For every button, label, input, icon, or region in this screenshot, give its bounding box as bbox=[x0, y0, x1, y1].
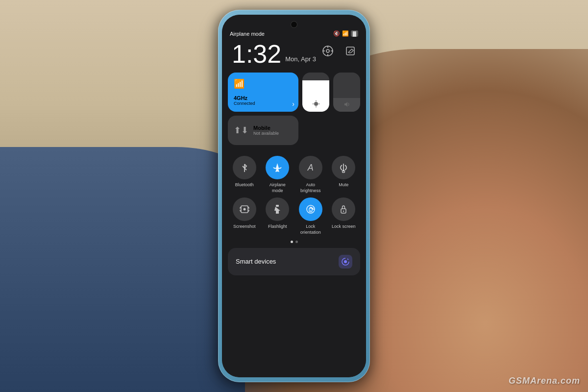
mute-btn[interactable] bbox=[332, 156, 355, 179]
date-text: Mon, Apr 3 bbox=[285, 55, 316, 63]
svg-point-20 bbox=[343, 211, 344, 212]
edit-icon[interactable] bbox=[343, 43, 358, 59]
dot-1 bbox=[291, 241, 293, 243]
lock-orientation-toggle[interactable]: Lock orientation bbox=[297, 197, 324, 235]
wifi-tile-info: 4GHz Connected bbox=[234, 95, 293, 106]
svg-rect-15 bbox=[276, 205, 279, 207]
screenshot-btn[interactable] bbox=[233, 197, 256, 221]
sound-off-icon: 🔇 bbox=[333, 30, 340, 37]
flashlight-toggle[interactable]: Flashlight bbox=[264, 197, 291, 235]
lock-screen-toggle[interactable]: Lock screen bbox=[330, 197, 357, 235]
camera-hole bbox=[291, 22, 297, 27]
status-bar: Airplane mode 🔇 📶 ▓ bbox=[230, 30, 358, 37]
wifi-icon: 📶 bbox=[342, 30, 349, 37]
tiles-row-top: 📶 4GHz Connected › ⬆⬇ M bbox=[228, 73, 360, 149]
svg-point-1 bbox=[326, 49, 329, 52]
smart-devices-tile[interactable]: Smart devices bbox=[228, 248, 360, 275]
time-text: 1:32 bbox=[232, 41, 281, 67]
auto-brightness-label: Auto brightness bbox=[297, 182, 324, 194]
status-icons: 🔇 📶 ▓ bbox=[333, 30, 358, 37]
mobile-status: Not available bbox=[253, 131, 279, 136]
wifi-tile[interactable]: 📶 4GHz Connected › bbox=[228, 73, 298, 112]
airplane-label: Airplane mode bbox=[264, 182, 291, 194]
settings-circle-icon[interactable] bbox=[320, 43, 336, 59]
auto-brightness-btn[interactable]: A bbox=[299, 156, 322, 179]
lock-orientation-btn[interactable] bbox=[299, 197, 322, 221]
mobile-tile[interactable]: ⬆⬇ Mobile Not available bbox=[228, 116, 298, 145]
dot-2 bbox=[295, 241, 298, 243]
lock-screen-label: Lock screen bbox=[332, 224, 356, 230]
flashlight-btn[interactable] bbox=[266, 197, 289, 221]
toggles-row-2: Screenshot Flashlight bbox=[228, 197, 360, 235]
brightness-icon bbox=[312, 100, 320, 108]
airplane-btn[interactable] bbox=[266, 156, 289, 179]
mobile-info: Mobile Not available bbox=[253, 125, 279, 136]
wifi-arrow: › bbox=[292, 100, 294, 108]
wifi-status: Connected bbox=[234, 101, 293, 106]
svg-point-14 bbox=[243, 208, 245, 211]
phone-screen: Airplane mode 🔇 📶 ▓ 1:32 Mon, Apr 3 bbox=[222, 15, 366, 377]
svg-point-7 bbox=[314, 102, 318, 106]
lock-orientation-label: Lock orientation bbox=[297, 224, 324, 235]
mobile-name: Mobile bbox=[253, 125, 279, 131]
volume-icon bbox=[343, 101, 350, 108]
page-dots bbox=[228, 241, 360, 243]
lock-screen-btn[interactable] bbox=[332, 197, 355, 221]
bluetooth-label: Bluetooth bbox=[235, 182, 254, 188]
mobile-icon: ⬆⬇ bbox=[234, 125, 248, 136]
smart-devices-icon bbox=[339, 255, 352, 269]
mute-toggle[interactable]: Mute bbox=[330, 156, 357, 194]
watermark: GSMArena.com bbox=[509, 376, 580, 386]
phone-shell: Airplane mode 🔇 📶 ▓ 1:32 Mon, Apr 3 bbox=[218, 10, 370, 382]
tiles-left-col: 📶 4GHz Connected › ⬆⬇ M bbox=[228, 73, 298, 149]
bluetooth-toggle[interactable]: Bluetooth bbox=[231, 156, 258, 194]
svg-point-21 bbox=[344, 260, 347, 263]
airplane-toggle[interactable]: Airplane mode bbox=[264, 156, 291, 194]
mute-label: Mute bbox=[339, 182, 348, 188]
screenshot-label: Screenshot bbox=[233, 224, 256, 230]
status-airplane-text: Airplane mode bbox=[230, 31, 265, 37]
flashlight-label: Flashlight bbox=[268, 224, 287, 230]
wifi-tile-icon: 📶 bbox=[234, 78, 245, 89]
tiles-area: 📶 4GHz Connected › ⬆⬇ M bbox=[228, 73, 360, 278]
smart-devices-label: Smart devices bbox=[236, 258, 276, 265]
auto-brightness-toggle[interactable]: A Auto brightness bbox=[297, 156, 324, 194]
top-right-icons bbox=[320, 43, 358, 59]
svg-point-18 bbox=[310, 210, 311, 211]
toggles-row-1: Bluetooth Airplane mode bbox=[228, 156, 360, 194]
bluetooth-btn[interactable] bbox=[233, 156, 256, 179]
phone-inner: Airplane mode 🔇 📶 ▓ 1:32 Mon, Apr 3 bbox=[222, 15, 366, 377]
brightness-slider[interactable] bbox=[302, 73, 329, 112]
battery-icon: ▓ bbox=[351, 30, 358, 37]
wifi-name: 4GHz bbox=[234, 95, 293, 101]
screenshot-toggle[interactable]: Screenshot bbox=[231, 197, 258, 235]
sliders-col bbox=[302, 73, 360, 112]
volume-slider[interactable] bbox=[333, 73, 360, 112]
